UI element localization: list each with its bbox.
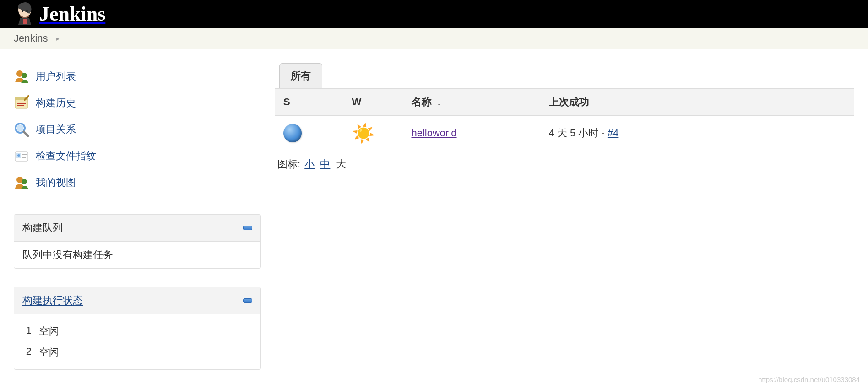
cell-status [275, 116, 344, 151]
search-icon [14, 122, 29, 137]
task-list: 用户列表 构建历史 项目关系 检查文件指纹 [14, 63, 261, 196]
executor-number: 2 [22, 345, 32, 359]
last-success-duration: 4 天 5 小时 [549, 127, 599, 139]
main-panel: 所有 S W 名称 ↓ 上次成功 [275, 59, 868, 374]
sidebar-label[interactable]: 项目关系 [36, 123, 76, 136]
col-name-label: 名称 [412, 96, 432, 108]
executor-row: 1 空闲 [22, 321, 252, 342]
executor-state: 空闲 [39, 324, 59, 338]
executor-number: 1 [22, 324, 32, 338]
collapse-icon[interactable] [243, 226, 252, 230]
svg-point-10 [17, 125, 23, 131]
fingerprint-icon [14, 148, 29, 164]
sidebar-item-users[interactable]: 用户列表 [14, 63, 261, 90]
sidebar-item-project-relationship[interactable]: 项目关系 [14, 116, 261, 143]
collapse-icon[interactable] [243, 298, 252, 303]
icon-size-medium[interactable]: 中 [320, 158, 330, 170]
icon-size-large: 大 [336, 158, 346, 170]
icon-size-legend: 图标: 小 中 大 [275, 151, 854, 178]
cell-name: helloworld [403, 116, 541, 151]
jenkins-mascot-icon [14, 0, 36, 28]
svg-point-1 [22, 10, 23, 12]
svg-point-6 [22, 73, 27, 78]
status-blue-icon [283, 124, 302, 142]
sidebar-label[interactable]: 用户列表 [36, 70, 76, 83]
svg-point-13 [17, 154, 20, 157]
sidebar-item-my-views[interactable]: 我的视图 [14, 169, 261, 196]
executors-pane: 构建执行状态 1 空闲 2 空闲 [14, 287, 261, 370]
svg-point-2 [26, 10, 28, 12]
side-panel: 用户列表 构建历史 项目关系 检查文件指纹 [0, 59, 275, 374]
build-queue-title: 构建队列 [22, 221, 63, 235]
top-header: Jenkins [0, 0, 868, 28]
executors-title[interactable]: 构建执行状态 [22, 294, 83, 307]
executor-row: 2 空闲 [22, 342, 252, 363]
tab-all[interactable]: 所有 [279, 63, 322, 88]
sidebar-label[interactable]: 构建历史 [36, 96, 76, 110]
col-weather[interactable]: W [344, 89, 403, 116]
sidebar-item-build-history[interactable]: 构建历史 [14, 90, 261, 116]
jenkins-title: Jenkins [39, 2, 105, 26]
executors-header: 构建执行状态 [14, 287, 260, 314]
build-queue-header: 构建队列 [14, 215, 260, 242]
table-row: ☀️ helloworld 4 天 5 小时 - #4 [275, 116, 854, 151]
view-tabs: 所有 [279, 63, 854, 88]
cell-last-success: 4 天 5 小时 - #4 [541, 116, 854, 151]
projects-table: S W 名称 ↓ 上次成功 ☀️ [275, 88, 854, 151]
col-status[interactable]: S [275, 89, 344, 116]
breadcrumb-root[interactable]: Jenkins [14, 32, 48, 44]
icon-legend-label: 图标: [277, 158, 300, 170]
chevron-right-icon: ▸ [56, 35, 60, 42]
cell-weather: ☀️ [344, 116, 403, 151]
sidebar-label[interactable]: 检查文件指纹 [36, 149, 96, 163]
build-queue-pane: 构建队列 队列中没有构建任务 [14, 214, 261, 269]
col-name[interactable]: 名称 ↓ [403, 89, 541, 116]
svg-rect-4 [23, 19, 27, 24]
icon-size-small[interactable]: 小 [304, 158, 315, 170]
col-last-success[interactable]: 上次成功 [541, 89, 854, 116]
last-success-sep: - [598, 127, 608, 139]
sidebar-item-fingerprint[interactable]: 检查文件指纹 [14, 143, 261, 169]
svg-point-15 [22, 179, 27, 184]
history-icon [14, 95, 29, 111]
build-queue-empty: 队列中没有构建任务 [22, 249, 113, 260]
breadcrumb: Jenkins ▸ [0, 28, 868, 49]
build-link[interactable]: #4 [608, 127, 618, 139]
executor-state: 空闲 [39, 345, 59, 359]
job-link[interactable]: helloworld [412, 127, 457, 139]
weather-sunny-icon: ☀️ [352, 123, 375, 143]
build-queue-body: 队列中没有构建任务 [14, 242, 260, 268]
users-icon [14, 69, 29, 84]
users-icon [14, 175, 29, 190]
sort-down-icon: ↓ [437, 98, 441, 107]
sidebar-label[interactable]: 我的视图 [36, 176, 76, 189]
jenkins-logo-link[interactable]: Jenkins [14, 0, 105, 28]
executors-body: 1 空闲 2 空闲 [14, 314, 260, 369]
